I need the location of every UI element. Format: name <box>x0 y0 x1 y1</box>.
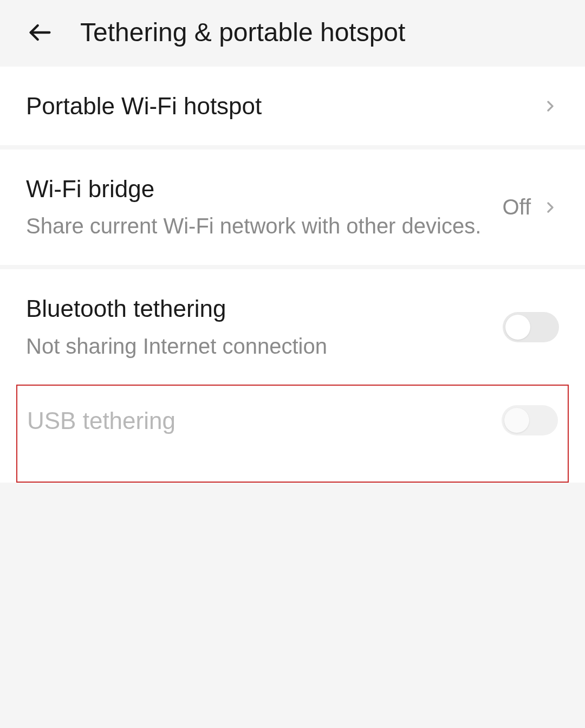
row-right <box>542 98 559 115</box>
section-wifi-hotspot: Portable Wi-Fi hotspot <box>0 67 585 145</box>
row-right: Off <box>502 195 559 219</box>
toggle-thumb <box>504 408 529 433</box>
row-title: Portable Wi-Fi hotspot <box>26 90 542 121</box>
row-right <box>503 312 559 342</box>
header: Tethering & portable hotspot <box>0 0 585 64</box>
row-content: USB tethering <box>27 405 502 436</box>
row-title: Wi-Fi bridge <box>26 173 502 204</box>
back-arrow-icon <box>26 18 54 47</box>
row-content: Wi-Fi bridge Share current Wi-Fi network… <box>26 173 502 241</box>
usb-tethering-toggle[interactable] <box>502 405 558 435</box>
section-tethering: Bluetooth tethering Not sharing Internet… <box>0 269 585 482</box>
highlighted-region: USB tethering <box>16 385 569 483</box>
toggle-thumb <box>505 315 530 340</box>
row-content: Bluetooth tethering Not sharing Internet… <box>26 293 503 361</box>
back-button[interactable] <box>26 18 54 47</box>
bluetooth-tethering-toggle[interactable] <box>503 312 559 342</box>
row-content: Portable Wi-Fi hotspot <box>26 90 542 121</box>
page-title: Tethering & portable hotspot <box>80 17 405 47</box>
row-bluetooth-tethering[interactable]: Bluetooth tethering Not sharing Internet… <box>0 269 585 385</box>
row-subtitle: Not sharing Internet connection <box>26 331 503 361</box>
row-right <box>502 405 558 435</box>
section-wifi-bridge: Wi-Fi bridge Share current Wi-Fi network… <box>0 150 585 265</box>
row-title: USB tethering <box>27 405 502 436</box>
status-text: Off <box>502 195 531 219</box>
row-subtitle: Share current Wi-Fi network with other d… <box>26 211 502 241</box>
row-wifi-bridge[interactable]: Wi-Fi bridge Share current Wi-Fi network… <box>0 150 585 265</box>
chevron-right-icon <box>542 199 559 216</box>
row-usb-tethering[interactable]: USB tethering <box>17 386 568 460</box>
chevron-right-icon <box>542 98 559 115</box>
row-portable-wifi-hotspot[interactable]: Portable Wi-Fi hotspot <box>0 67 585 145</box>
row-title: Bluetooth tethering <box>26 293 503 324</box>
